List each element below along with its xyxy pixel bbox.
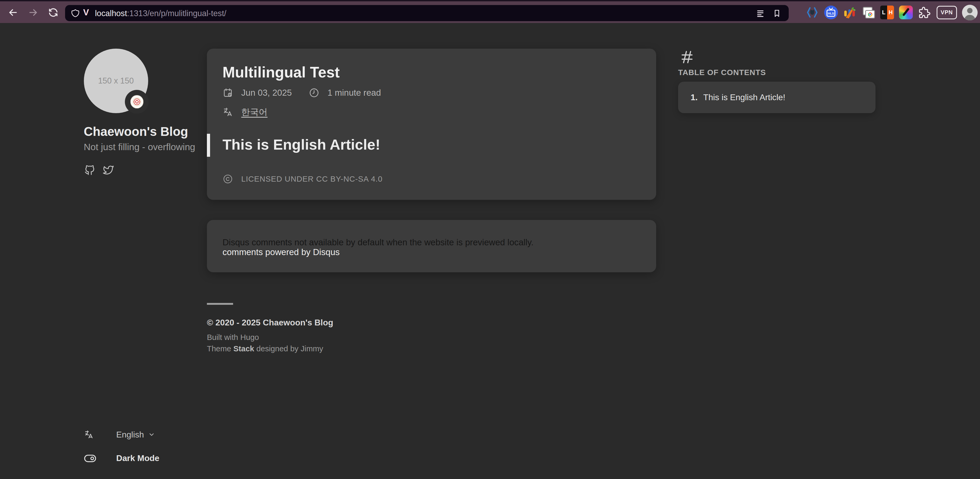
comments-card: Disqus comments not available by default… — [207, 220, 656, 272]
toc-item-number: 1. — [690, 92, 698, 102]
theme-stack-link[interactable]: Stack — [233, 344, 254, 353]
bookmark-icon[interactable] — [773, 8, 781, 18]
person-silhouette-icon — [962, 5, 978, 21]
dark-mode-icon-cell — [84, 454, 116, 463]
toggle-icon — [84, 454, 96, 463]
screenshot-front-frame — [865, 10, 875, 19]
article-read-time: 1 minute read — [328, 88, 381, 98]
hls-tv-extension-icon[interactable]: HLS HLS — [824, 6, 838, 19]
translate-icon — [223, 107, 233, 117]
url-hostname: localhost — [95, 9, 127, 18]
forward-button[interactable] — [27, 7, 39, 18]
lighthouse-extension-icon[interactable]: L H — [880, 6, 894, 19]
lh-right-letter: H — [887, 6, 894, 19]
hash-icon — [679, 49, 695, 65]
footer-copyright: © 2020 - 2025 Chaewoon's Blog — [207, 318, 333, 328]
twitter-icon[interactable] — [102, 164, 114, 176]
heading-accent-bar — [207, 134, 210, 157]
narutomaki-emoji-icon — [130, 95, 144, 108]
url-path: :1313/en/p/mulitlingual-test/ — [127, 9, 226, 18]
reload-button[interactable] — [48, 7, 59, 18]
dark-mode-label: Dark Mode — [116, 454, 159, 463]
translate-icon — [84, 430, 94, 439]
article-translations-row: 한국어 — [223, 106, 267, 118]
article-meta-row: Jun 03, 2025 1 minute read — [223, 87, 381, 98]
calendar-icon — [223, 87, 233, 98]
browser-toolbar: V localhost:1313/en/p/mulitlingual-test/ — [0, 1, 980, 23]
language-label: English — [116, 430, 144, 439]
disqus-notice: Disqus comments not available by default… — [223, 237, 534, 247]
translation-link-korean[interactable]: 한국어 — [241, 106, 267, 118]
toc-title: TABLE OF CONTENTS — [678, 68, 766, 77]
footer-built-with: Built with Hugo — [207, 333, 259, 342]
chevron-down-icon — [148, 431, 155, 438]
article-date: Jun 03, 2025 — [241, 88, 292, 98]
extensions-row: HLS HLS L — [805, 5, 978, 20]
social-links — [84, 164, 115, 176]
toc-item-label: This is English Article! — [703, 92, 785, 102]
cat-brackets-glyph — [805, 6, 819, 19]
article-card: Multilingual Test Jun 03, 2025 1 minute … — [207, 49, 656, 200]
carrot-extension-icon[interactable] — [843, 6, 856, 19]
article-title: Multilingual Test — [223, 64, 340, 81]
disqus-powered-link[interactable]: comments powered by Disqus — [223, 247, 340, 257]
license-text[interactable]: LICENSED UNDER CC BY-NC-SA 4.0 — [241, 174, 383, 184]
footer-theme-line: Theme Stack designed by Jimmy — [207, 344, 323, 353]
vpn-button[interactable]: VPN — [937, 6, 957, 19]
designed-by-text: designed by — [254, 344, 301, 353]
site-security-shield-icon[interactable] — [71, 8, 80, 18]
vivaldi-logo-icon: V — [83, 7, 89, 17]
address-bar[interactable]: V localhost:1313/en/p/mulitlingual-test/ — [65, 5, 789, 21]
dark-mode-toggle[interactable]: Dark Mode — [84, 454, 159, 463]
built-with-text: Built with — [207, 333, 240, 341]
cat-brackets-extension-icon[interactable] — [805, 6, 819, 19]
avatar-placeholder-text: 150 x 150 — [98, 76, 134, 86]
profile-avatar[interactable] — [962, 5, 978, 21]
tv-glyph: HLS — [825, 6, 837, 19]
svg-text:HLS: HLS — [828, 12, 834, 15]
colorpicker-extension-icon[interactable] — [899, 6, 913, 19]
back-button[interactable] — [7, 7, 19, 18]
theme-prefix-text: Theme — [207, 344, 233, 353]
toc-hash-icon — [679, 49, 695, 68]
screenshot-extension-icon[interactable] — [861, 6, 875, 19]
address-bar-actions — [756, 8, 781, 18]
site-emoji-badge — [125, 90, 149, 114]
puzzle-icon — [918, 6, 932, 19]
reload-icon — [48, 7, 59, 18]
footer-divider — [207, 303, 233, 305]
url-text: localhost:1313/en/p/mulitlingual-test/ — [95, 9, 226, 18]
site-title[interactable]: Chaewoon's Blog — [84, 124, 188, 139]
forward-arrow-icon — [27, 7, 39, 18]
toc-card: 1. This is English Article! — [678, 82, 875, 113]
language-icon-cell — [84, 430, 116, 439]
designer-jimmy-link[interactable]: Jimmy — [301, 344, 323, 353]
copyright-icon — [223, 174, 233, 184]
hugo-link[interactable]: Hugo — [240, 333, 259, 341]
chrome-logo-icon — [868, 13, 873, 17]
language-selector[interactable]: English — [84, 430, 155, 439]
carrot-glyph — [843, 6, 856, 19]
github-icon[interactable] — [84, 164, 96, 176]
license-row: LICENSED UNDER CC BY-NC-SA 4.0 — [223, 174, 383, 184]
site-subtitle: Not just filling - overflowing — [84, 142, 195, 152]
clock-icon — [309, 87, 319, 98]
back-arrow-icon — [7, 7, 19, 18]
reader-mode-icon[interactable] — [756, 8, 765, 18]
extensions-puzzle-button[interactable] — [918, 6, 932, 19]
toc-item[interactable]: 1. This is English Article! — [678, 82, 875, 113]
lh-left-letter: L — [880, 6, 887, 19]
browser-window: V localhost:1313/en/p/mulitlingual-test/ — [0, 0, 980, 479]
article-section-heading: This is English Article! — [223, 136, 380, 153]
